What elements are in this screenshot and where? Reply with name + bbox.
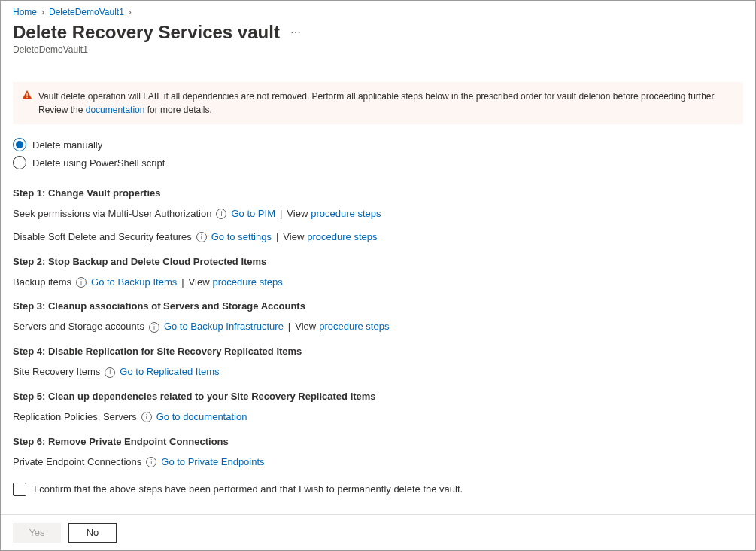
info-icon[interactable]: i: [216, 209, 226, 219]
step-6-line1-label: Private Endpoint Connections: [13, 455, 141, 470]
page-subtitle: DeleteDemoVault1: [13, 44, 743, 55]
step-2-line1-label: Backup items: [13, 275, 71, 291]
divider: |: [280, 206, 282, 222]
view-label: View: [189, 275, 210, 291]
divider: |: [181, 275, 184, 291]
view-label: View: [283, 230, 304, 245]
info-icon[interactable]: i: [146, 457, 156, 467]
info-icon[interactable]: i: [105, 367, 115, 378]
chevron-right-icon: ›: [41, 7, 44, 17]
go-to-pim-link[interactable]: Go to PIM: [231, 206, 275, 222]
breadcrumb-vault[interactable]: DeleteDemoVault1: [49, 7, 124, 17]
step-5: Step 5: Clean up dependencies related to…: [13, 391, 743, 425]
more-actions-button[interactable]: ⋯: [287, 23, 305, 41]
breadcrumb: Home › DeleteDemoVault1 ›: [13, 7, 743, 17]
page-title: Delete Recovery Services vault: [13, 22, 280, 43]
info-icon[interactable]: i: [149, 322, 159, 333]
svg-rect-1: [26, 97, 27, 98]
radio-icon: [13, 138, 26, 151]
warning-banner: Vault delete operation will FAIL if all …: [13, 82, 743, 124]
go-to-replicated-items-link[interactable]: Go to Replicated Items: [120, 364, 219, 380]
step-2-title: Step 2: Stop Backup and Delete Cloud Pro…: [13, 256, 743, 267]
divider: |: [276, 230, 278, 245]
procedure-steps-link[interactable]: procedure steps: [213, 275, 283, 291]
step-3-title: Step 3: Cleanup associations of Servers …: [13, 300, 743, 312]
step-6-title: Step 6: Remove Private Endpoint Connecti…: [13, 436, 743, 447]
banner-doc-link[interactable]: documentation: [86, 105, 145, 115]
confirm-checkbox-row[interactable]: I confirm that the above steps have been…: [13, 483, 743, 496]
info-icon[interactable]: i: [141, 412, 152, 422]
procedure-steps-link[interactable]: procedure steps: [319, 319, 389, 335]
view-label: View: [295, 319, 316, 335]
step-1-line1-label: Seek permissions via Multi-User Authoriz…: [13, 206, 211, 222]
radio-label: Delete using PowerShell script: [32, 157, 165, 169]
breadcrumb-home[interactable]: Home: [13, 7, 37, 17]
go-to-backup-infra-link[interactable]: Go to Backup Infrastructure: [164, 319, 284, 335]
procedure-steps-link[interactable]: procedure steps: [307, 230, 377, 245]
step-2: Step 2: Stop Backup and Delete Cloud Pro…: [13, 256, 743, 291]
info-icon[interactable]: i: [196, 232, 207, 242]
banner-text-suffix: for more details.: [147, 105, 212, 115]
confirm-label: I confirm that the above steps have been…: [34, 483, 463, 495]
go-to-private-endpoints-link[interactable]: Go to Private Endpoints: [161, 455, 264, 470]
go-to-backup-items-link[interactable]: Go to Backup Items: [91, 275, 177, 291]
step-1: Step 1: Change Vault properties Seek per…: [13, 187, 743, 245]
divider: |: [288, 319, 290, 335]
step-1-line2-label: Disable Soft Delete and Security feature…: [13, 230, 192, 245]
step-5-line1-label: Replication Policies, Servers: [13, 409, 137, 425]
radio-icon: [13, 156, 26, 169]
radio-delete-powershell[interactable]: Delete using PowerShell script: [13, 156, 743, 169]
step-4-line1-label: Site Recovery Items: [13, 364, 100, 380]
step-6: Step 6: Remove Private Endpoint Connecti…: [13, 436, 743, 470]
radio-delete-manually[interactable]: Delete manually: [13, 138, 743, 151]
svg-rect-0: [26, 93, 27, 96]
go-to-documentation-link[interactable]: Go to documentation: [156, 409, 247, 425]
yes-button: Yes: [13, 523, 61, 543]
step-3: Step 3: Cleanup associations of Servers …: [13, 300, 743, 335]
info-icon[interactable]: i: [76, 277, 87, 288]
warning-icon: [22, 90, 32, 100]
step-4: Step 4: Disable Replication for Site Rec…: [13, 346, 743, 380]
confirm-checkbox[interactable]: [13, 483, 26, 496]
view-label: View: [287, 206, 308, 222]
radio-label: Delete manually: [32, 139, 102, 151]
go-to-settings-link[interactable]: Go to settings: [211, 230, 272, 245]
footer: Yes No: [1, 514, 755, 550]
step-1-title: Step 1: Change Vault properties: [13, 187, 743, 199]
no-button[interactable]: No: [68, 523, 117, 543]
step-3-line1-label: Servers and Storage accounts: [13, 319, 144, 335]
step-4-title: Step 4: Disable Replication for Site Rec…: [13, 346, 743, 357]
delete-mode-radio-group: Delete manually Delete using PowerShell …: [13, 138, 743, 169]
step-5-title: Step 5: Clean up dependencies related to…: [13, 391, 743, 402]
procedure-steps-link[interactable]: procedure steps: [311, 206, 381, 222]
chevron-right-icon: ›: [129, 7, 132, 17]
